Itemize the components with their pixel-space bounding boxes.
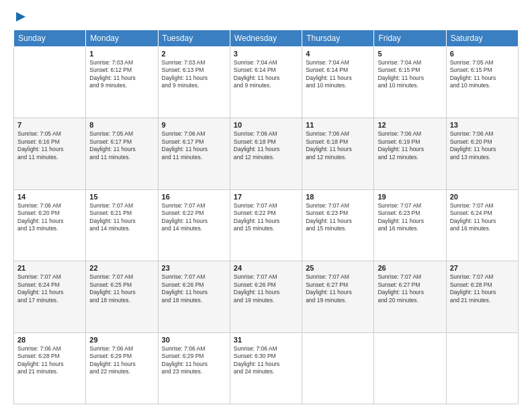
day-number: 22 xyxy=(89,264,154,272)
day-number: 10 xyxy=(234,121,298,129)
col-wednesday: Wednesday xyxy=(230,30,302,47)
table-row xyxy=(446,332,518,404)
day-info: Sunrise: 7:07 AMSunset: 6:27 PMDaylight:… xyxy=(378,273,442,304)
day-number: 17 xyxy=(234,193,298,201)
day-number: 31 xyxy=(234,336,298,344)
day-info: Sunrise: 7:06 AMSunset: 6:17 PMDaylight:… xyxy=(162,130,226,161)
table-row: 22Sunrise: 7:07 AMSunset: 6:25 PMDayligh… xyxy=(86,261,158,332)
day-info: Sunrise: 7:07 AMSunset: 6:27 PMDaylight:… xyxy=(306,273,370,304)
table-row: 24Sunrise: 7:07 AMSunset: 6:26 PMDayligh… xyxy=(230,261,302,332)
day-info: Sunrise: 7:07 AMSunset: 6:24 PMDaylight:… xyxy=(17,273,82,304)
logo-flag-icon xyxy=(15,11,27,23)
table-row: 10Sunrise: 7:06 AMSunset: 6:18 PMDayligh… xyxy=(230,118,302,189)
calendar-header-row: Sunday Monday Tuesday Wednesday Thursday… xyxy=(14,30,519,47)
day-number: 15 xyxy=(89,193,154,201)
day-number: 21 xyxy=(17,264,82,272)
header xyxy=(13,11,519,23)
calendar-table: Sunday Monday Tuesday Wednesday Thursday… xyxy=(13,30,519,404)
day-info: Sunrise: 7:05 AMSunset: 6:17 PMDaylight:… xyxy=(89,130,154,161)
table-row: 9Sunrise: 7:06 AMSunset: 6:17 PMDaylight… xyxy=(158,118,230,189)
day-info: Sunrise: 7:07 AMSunset: 6:24 PMDaylight:… xyxy=(450,202,515,233)
table-row xyxy=(374,332,446,404)
table-row: 6Sunrise: 7:05 AMSunset: 6:15 PMDaylight… xyxy=(446,47,518,118)
day-number: 1 xyxy=(89,50,154,58)
day-info: Sunrise: 7:04 AMSunset: 6:14 PMDaylight:… xyxy=(234,59,298,90)
svg-marker-0 xyxy=(16,12,26,21)
day-number: 30 xyxy=(162,336,226,344)
calendar-week-row: 28Sunrise: 7:06 AMSunset: 6:28 PMDayligh… xyxy=(14,332,519,404)
col-friday: Friday xyxy=(374,30,446,47)
col-monday: Monday xyxy=(86,30,158,47)
day-info: Sunrise: 7:05 AMSunset: 6:15 PMDaylight:… xyxy=(450,59,515,90)
table-row: 20Sunrise: 7:07 AMSunset: 6:24 PMDayligh… xyxy=(446,189,518,261)
col-thursday: Thursday xyxy=(302,30,374,47)
table-row: 27Sunrise: 7:07 AMSunset: 6:28 PMDayligh… xyxy=(446,261,518,332)
day-number: 4 xyxy=(306,50,370,58)
day-number: 11 xyxy=(306,121,370,129)
day-number: 14 xyxy=(17,193,82,201)
day-number: 9 xyxy=(162,121,226,129)
day-number: 12 xyxy=(378,121,442,129)
day-number: 25 xyxy=(306,264,370,272)
day-number: 5 xyxy=(378,50,442,58)
table-row: 28Sunrise: 7:06 AMSunset: 6:28 PMDayligh… xyxy=(14,332,86,404)
day-number: 16 xyxy=(162,193,226,201)
day-number: 27 xyxy=(450,264,515,272)
day-number: 19 xyxy=(378,193,442,201)
table-row: 4Sunrise: 7:04 AMSunset: 6:14 PMDaylight… xyxy=(302,47,374,118)
table-row: 11Sunrise: 7:06 AMSunset: 6:18 PMDayligh… xyxy=(302,118,374,189)
day-info: Sunrise: 7:07 AMSunset: 6:26 PMDaylight:… xyxy=(162,273,226,304)
day-info: Sunrise: 7:06 AMSunset: 6:19 PMDaylight:… xyxy=(378,130,442,161)
page: Sunday Monday Tuesday Wednesday Thursday… xyxy=(0,0,532,411)
table-row: 21Sunrise: 7:07 AMSunset: 6:24 PMDayligh… xyxy=(14,261,86,332)
day-number: 7 xyxy=(17,121,82,129)
day-info: Sunrise: 7:07 AMSunset: 6:21 PMDaylight:… xyxy=(89,202,154,233)
table-row: 26Sunrise: 7:07 AMSunset: 6:27 PMDayligh… xyxy=(374,261,446,332)
calendar-week-row: 1Sunrise: 7:03 AMSunset: 6:12 PMDaylight… xyxy=(14,47,519,118)
day-info: Sunrise: 7:06 AMSunset: 6:29 PMDaylight:… xyxy=(89,345,154,376)
calendar-week-row: 7Sunrise: 7:05 AMSunset: 6:16 PMDaylight… xyxy=(14,118,519,189)
day-info: Sunrise: 7:06 AMSunset: 6:30 PMDaylight:… xyxy=(234,345,298,376)
day-number: 23 xyxy=(162,264,226,272)
day-number: 3 xyxy=(234,50,298,58)
day-number: 29 xyxy=(89,336,154,344)
col-tuesday: Tuesday xyxy=(158,30,230,47)
day-info: Sunrise: 7:06 AMSunset: 6:28 PMDaylight:… xyxy=(17,345,82,376)
table-row: 3Sunrise: 7:04 AMSunset: 6:14 PMDaylight… xyxy=(230,47,302,118)
day-number: 28 xyxy=(17,336,82,344)
day-info: Sunrise: 7:07 AMSunset: 6:26 PMDaylight:… xyxy=(234,273,298,304)
col-saturday: Saturday xyxy=(446,30,518,47)
table-row: 1Sunrise: 7:03 AMSunset: 6:12 PMDaylight… xyxy=(86,47,158,118)
day-info: Sunrise: 7:07 AMSunset: 6:25 PMDaylight:… xyxy=(89,273,154,304)
day-info: Sunrise: 7:03 AMSunset: 6:13 PMDaylight:… xyxy=(162,59,226,90)
table-row xyxy=(14,47,86,118)
table-row: 19Sunrise: 7:07 AMSunset: 6:23 PMDayligh… xyxy=(374,189,446,261)
table-row: 31Sunrise: 7:06 AMSunset: 6:30 PMDayligh… xyxy=(230,332,302,404)
day-info: Sunrise: 7:07 AMSunset: 6:22 PMDaylight:… xyxy=(162,202,226,233)
day-info: Sunrise: 7:07 AMSunset: 6:23 PMDaylight:… xyxy=(378,202,442,233)
table-row: 18Sunrise: 7:07 AMSunset: 6:23 PMDayligh… xyxy=(302,189,374,261)
day-info: Sunrise: 7:07 AMSunset: 6:23 PMDaylight:… xyxy=(306,202,370,233)
calendar-week-row: 14Sunrise: 7:06 AMSunset: 6:20 PMDayligh… xyxy=(14,189,519,261)
table-row: 14Sunrise: 7:06 AMSunset: 6:20 PMDayligh… xyxy=(14,189,86,261)
day-info: Sunrise: 7:06 AMSunset: 6:18 PMDaylight:… xyxy=(306,130,370,161)
day-info: Sunrise: 7:07 AMSunset: 6:28 PMDaylight:… xyxy=(450,273,515,304)
logo xyxy=(13,11,27,23)
col-sunday: Sunday xyxy=(14,30,86,47)
table-row: 5Sunrise: 7:04 AMSunset: 6:15 PMDaylight… xyxy=(374,47,446,118)
table-row: 12Sunrise: 7:06 AMSunset: 6:19 PMDayligh… xyxy=(374,118,446,189)
day-info: Sunrise: 7:06 AMSunset: 6:29 PMDaylight:… xyxy=(162,345,226,376)
table-row: 15Sunrise: 7:07 AMSunset: 6:21 PMDayligh… xyxy=(86,189,158,261)
day-number: 20 xyxy=(450,193,515,201)
table-row xyxy=(302,332,374,404)
table-row: 7Sunrise: 7:05 AMSunset: 6:16 PMDaylight… xyxy=(14,118,86,189)
day-info: Sunrise: 7:06 AMSunset: 6:20 PMDaylight:… xyxy=(17,202,82,233)
table-row: 13Sunrise: 7:06 AMSunset: 6:20 PMDayligh… xyxy=(446,118,518,189)
day-info: Sunrise: 7:05 AMSunset: 6:16 PMDaylight:… xyxy=(17,130,82,161)
day-info: Sunrise: 7:03 AMSunset: 6:12 PMDaylight:… xyxy=(89,59,154,90)
day-info: Sunrise: 7:07 AMSunset: 6:22 PMDaylight:… xyxy=(234,202,298,233)
table-row: 25Sunrise: 7:07 AMSunset: 6:27 PMDayligh… xyxy=(302,261,374,332)
day-number: 13 xyxy=(450,121,515,129)
day-info: Sunrise: 7:04 AMSunset: 6:15 PMDaylight:… xyxy=(378,59,442,90)
day-info: Sunrise: 7:04 AMSunset: 6:14 PMDaylight:… xyxy=(306,59,370,90)
